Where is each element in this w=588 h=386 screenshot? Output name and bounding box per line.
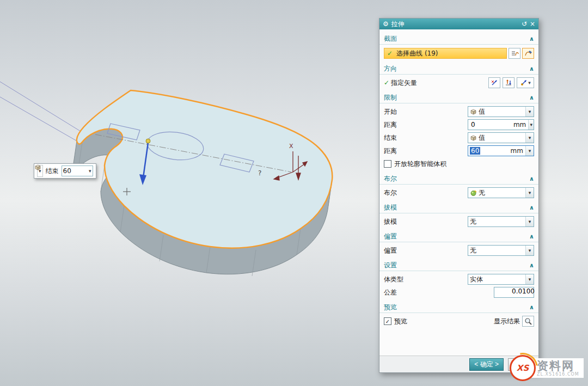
select-curve-row: ✓ 选择曲线 (19) [379, 46, 538, 60]
offset-label: 偏置 [384, 246, 397, 255]
vector-dialog-button[interactable] [488, 77, 500, 88]
body-type-label: 体类型 [384, 275, 403, 284]
body-type-row: 体类型 实体 ▾ [379, 273, 538, 286]
draft-row: 拔模 无 ▾ [379, 215, 538, 228]
cube-icon [470, 134, 477, 142]
watermark-name: 资料网 [537, 360, 579, 372]
dropdown-arrow-icon: ▾ [528, 120, 534, 130]
reset-icon[interactable]: ↺ [522, 21, 527, 27]
section-collapse-icon[interactable]: ∧ [529, 175, 534, 182]
sketch-section-button[interactable] [522, 48, 534, 59]
body-type-value: 实体 [470, 275, 524, 284]
section-options-button[interactable] [509, 48, 520, 59]
draft-header[interactable]: 拔模 ∧ [379, 202, 538, 213]
dropdown-arrow-icon: ▾ [525, 217, 534, 226]
section-collapse-icon[interactable]: ∧ [529, 204, 534, 211]
boolean-header-label: 布尔 [384, 174, 397, 183]
select-curve-field[interactable]: ✓ 选择曲线 (19) [384, 48, 507, 59]
start-row: 开始 值 ▾ [379, 105, 538, 118]
tolerance-input[interactable] [494, 287, 534, 298]
section-collapse-icon[interactable]: ∧ [529, 65, 534, 72]
end-distance-input[interactable]: 60 mm ▾ [468, 145, 534, 156]
boolean-section: 布尔 ∧ 布尔 无 ▾ [379, 173, 538, 199]
end-mode-dropdown[interactable]: 值 ▾ [468, 132, 534, 143]
show-result-button[interactable] [522, 316, 534, 327]
settings-section: 设置 ∧ 体类型 实体 ▾ 公差 [379, 260, 538, 299]
end-distance-row: 距离 60 mm ▾ [379, 144, 538, 157]
section-collapse-icon[interactable]: ∧ [529, 262, 534, 269]
sketch-curve-icon [524, 50, 532, 57]
limit-option-dropdown-button[interactable]: ▾ [37, 165, 43, 177]
offset-header[interactable]: 偏置 ∧ [379, 231, 538, 242]
site-watermark: XS 资料网 ZL.XS1616.COM [510, 355, 584, 381]
cube-icon [470, 108, 477, 115]
limits-header[interactable]: 限制 ∧ [379, 92, 538, 103]
ok-button[interactable]: < 确定 > [469, 358, 504, 371]
end-distance-label: 距离 [384, 146, 397, 156]
start-distance-label: 距离 [384, 120, 397, 130]
selected-check-icon: ✓ [387, 50, 393, 57]
start-mode-dropdown[interactable]: 值 ▾ [468, 106, 534, 117]
vector-type-dropdown[interactable]: ▾ [517, 77, 534, 88]
end-mode-value: 值 [479, 133, 524, 143]
direction-header[interactable]: 方向 ∧ [379, 63, 538, 75]
construction-line[interactable] [0, 82, 82, 132]
draft-value: 无 [470, 217, 524, 226]
direction-header-label: 方向 [384, 64, 397, 73]
magnifier-icon [524, 317, 532, 326]
limits-section: 限制 ∧ 开始 值 ▾ 距离 mm [379, 92, 538, 170]
dialog-gear-icon: ⚙ [383, 21, 389, 27]
dropdown-arrow-icon: ▾ [525, 188, 534, 198]
offset-section: 偏置 ∧ 偏置 无 ▾ [379, 231, 538, 257]
section-section: 截面 ∧ ✓ 选择曲线 (19) [379, 33, 538, 60]
body-type-dropdown[interactable]: 实体 ▾ [468, 274, 534, 285]
preview-header[interactable]: 预览 ∧ [379, 302, 538, 313]
section-header[interactable]: 截面 ∧ [379, 33, 538, 45]
end-distance-value-selected[interactable]: 60 [470, 147, 480, 155]
dropdown-arrow-icon: ▾ [525, 146, 534, 156]
boolean-header[interactable]: 布尔 ∧ [379, 173, 538, 185]
selected-check-icon: ✓ [384, 79, 389, 87]
start-distance-value-input[interactable] [470, 121, 512, 128]
offset-dropdown[interactable]: 无 ▾ [468, 245, 534, 256]
vector-constructor-icon [491, 79, 498, 87]
close-icon[interactable]: × [530, 21, 535, 27]
section-collapse-icon[interactable]: ∧ [529, 35, 534, 42]
preview-header-label: 预览 [384, 303, 397, 312]
section-header-label: 截面 [384, 34, 397, 44]
preview-toggle: ✓ 预览 [384, 317, 407, 326]
hint-question-glyph: ? [258, 169, 261, 177]
draft-dropdown[interactable]: 无 ▾ [468, 216, 534, 227]
start-label: 开始 [384, 107, 397, 117]
start-distance-input[interactable]: mm ▾ [468, 119, 534, 130]
open-profile-checkbox[interactable] [384, 160, 391, 168]
dropdown-arrow-icon: ▾ [525, 274, 534, 284]
settings-header[interactable]: 设置 ∧ [379, 260, 538, 271]
boolean-value: 无 [479, 188, 524, 198]
end-label: 结束 [384, 133, 397, 143]
boolean-label: 布尔 [384, 188, 397, 198]
onscreen-limit-toolbar: ▾ 结束 60 ▾ [34, 163, 96, 179]
preview-section: 预览 ∧ ✓ 预览 显示结果 [379, 302, 538, 328]
watermark-badge-text: XS [517, 363, 529, 373]
select-curve-label: 选择曲线 (19) [396, 49, 438, 58]
preview-checkbox[interactable]: ✓ [384, 317, 391, 325]
section-collapse-icon[interactable]: ∧ [529, 233, 534, 240]
draft-label: 拔模 [384, 217, 397, 226]
section-collapse-icon[interactable]: ∧ [529, 94, 534, 101]
dialog-titlebar[interactable]: ⚙ 拉伸 ↺ × [379, 19, 538, 29]
origin-handle-point[interactable] [146, 139, 150, 143]
settings-header-label: 设置 [384, 261, 397, 270]
end-distance-unit: mm [511, 147, 524, 155]
boolean-row: 布尔 无 ▾ [379, 186, 538, 199]
construction-line[interactable] [0, 97, 78, 142]
reverse-direction-button[interactable] [503, 77, 514, 88]
vector-type-icon [520, 79, 528, 87]
section-collapse-icon[interactable]: ∧ [529, 304, 534, 311]
end-distance-onscreen-value: 60 [63, 167, 71, 175]
boolean-dropdown[interactable]: 无 ▾ [468, 187, 534, 198]
tolerance-value-input[interactable] [494, 287, 536, 295]
tolerance-label: 公差 [384, 288, 397, 297]
start-distance-row: 距离 mm ▾ [379, 118, 538, 131]
end-distance-onscreen-input[interactable]: 60 ▾ [62, 166, 93, 176]
